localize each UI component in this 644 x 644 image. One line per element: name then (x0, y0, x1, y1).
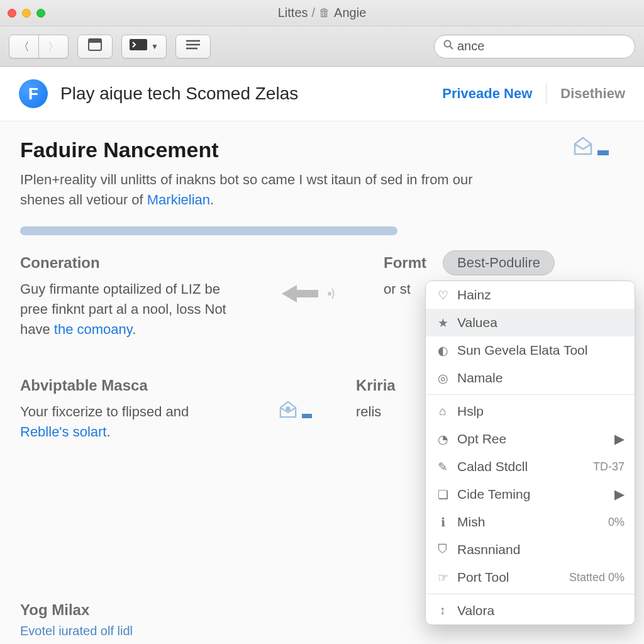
menu-item-valora[interactable]: ↕Valora (426, 597, 635, 625)
terminal-icon (130, 39, 147, 53)
menu-section-1: ♡Hainz ★Valuea ◐Sun Gevela Elata Tool ◎N… (426, 281, 635, 392)
menu-item-mish[interactable]: ℹMish0% (426, 508, 635, 536)
lede-text-b: . (210, 192, 214, 208)
link-priveade-new[interactable]: Priveade New (442, 86, 532, 102)
shield-check-icon: ⛉ (436, 543, 450, 557)
menu-label: Sun Gevela Elata Tool (457, 343, 587, 358)
page-title: Play aique tech Scomed Zelas (60, 84, 430, 104)
col4-body: relis (356, 402, 431, 422)
menu-item-hslp[interactable]: ⌂Hslp (426, 397, 635, 425)
menu-label: Rasnniand (457, 542, 520, 557)
compass-icon: ◔ (436, 432, 450, 447)
window-controls (8, 9, 45, 18)
chevron-right-icon: 〉 (48, 39, 59, 54)
lede-link[interactable]: Markielian (147, 192, 210, 208)
article-lede: IPlen+reality vill unlitts of inakns bot… (20, 170, 498, 210)
link-disethiew[interactable]: Disethiew (560, 86, 625, 102)
col-abviptable: Abviptable Masca Your fixcerize to flips… (20, 377, 234, 442)
progress-bar (20, 226, 397, 235)
hamburger-button[interactable] (175, 35, 211, 58)
svg-line-7 (450, 47, 453, 50)
svg-point-6 (445, 41, 451, 47)
menu-item-hainz[interactable]: ♡Hainz (426, 281, 635, 309)
col3-text-b: . (106, 424, 110, 440)
dropdown-anchor: Best-Podulire ♡Hainz ★Valuea ◐Sun Gevela… (425, 250, 635, 625)
nav-buttons: 〈 〉 (9, 35, 69, 58)
menu-label: Opt Ree (457, 431, 506, 447)
minimize-window-button[interactable] (22, 9, 31, 18)
chevron-left-icon: 〈 (18, 39, 30, 54)
menu-separator (426, 594, 635, 594)
svg-point-9 (286, 407, 290, 411)
tabs-icon (88, 38, 102, 54)
col1-body: Guy firmante optailized of LIZ be pree f… (20, 279, 234, 340)
updown-icon: ↕ (436, 604, 450, 618)
search-value: ance (457, 39, 484, 53)
page-header: F Play aique tech Scomed Zelas Priveade … (0, 67, 644, 121)
col3-link[interactable]: Reblle's solart (20, 424, 106, 440)
gauge-icon: ◐ (436, 343, 450, 358)
menu-label: Cide Teming (457, 487, 530, 502)
chevron-right-icon: ▶ (614, 431, 625, 447)
menu-label: Namale (457, 370, 502, 386)
target-icon: ◎ (436, 371, 450, 386)
menu-label: Hslp (457, 404, 484, 419)
menu-trail: TD-37 (593, 460, 625, 474)
window-title: Littes / 🗑 Angie (45, 6, 599, 20)
menu-item-namale[interactable]: ◎Namale (426, 364, 635, 392)
menu-label: Hainz (457, 287, 491, 303)
menu-trail: 0% (608, 516, 625, 529)
col1-link[interactable]: the comoany (54, 321, 132, 337)
back-button[interactable]: 〈 (9, 35, 39, 58)
col1-title: Coneration (20, 254, 234, 272)
menu-section-3: ↕Valora (426, 597, 635, 625)
menu-item-port-tool[interactable]: ☞Port ToolStatted 0% (426, 564, 635, 591)
bottom-title: Yog Milax (20, 601, 133, 619)
menu-label: Calad Stdcll (457, 459, 528, 474)
outbox-icon-small (278, 401, 312, 418)
menu-item-rasnniand[interactable]: ⛉Rasnniand (426, 536, 635, 564)
title-right: Angie (334, 6, 366, 20)
article-heading: Faduire Nancement (20, 138, 624, 162)
window-titlebar: Littes / 🗑 Angie (0, 0, 644, 26)
home-icon: ⌂ (436, 404, 450, 418)
svg-point-8 (328, 292, 331, 296)
menu-item-valuea[interactable]: ★Valuea (426, 309, 635, 336)
title-left: Littes (278, 6, 308, 20)
hamburger-icon (186, 40, 200, 53)
search-icon (443, 40, 453, 53)
app-logo: F (19, 79, 48, 108)
chevron-down-icon: ▼ (151, 42, 158, 51)
close-window-button[interactable] (8, 9, 16, 18)
header-divider (546, 83, 547, 104)
col3-text-a: Your fixcerize to flipsed and (20, 404, 189, 419)
lede-text-a: IPlen+reality vill unlitts of inakns bot… (20, 172, 473, 208)
toolbar: 〈 〉 ▼ ance (0, 26, 644, 67)
bottom-teaser: Yog Milax Evotel iurated olf lidl (20, 601, 133, 638)
pencil-icon: ✎ (436, 460, 450, 474)
search-field[interactable]: ance (434, 35, 635, 58)
menu-item-sun-gevela[interactable]: ◐Sun Gevela Elata Tool (426, 336, 635, 364)
col3-title: Abviptable Masca (20, 377, 234, 394)
title-trash-icon: 🗑 (319, 6, 330, 19)
console-button[interactable]: ▼ (121, 35, 167, 58)
menu-item-cide-teming[interactable]: ❏Cide Teming▶ (426, 480, 635, 508)
menu-label: Mish (457, 514, 485, 530)
forward-button[interactable]: 〉 (38, 35, 69, 58)
col3-body: Your fixcerize to flipsed and Reblle's s… (20, 402, 234, 442)
col-coneration: Coneration Guy firmante optailized of LI… (20, 254, 234, 340)
zoom-window-button[interactable] (36, 9, 45, 18)
dropdown-trigger[interactable]: Best-Podulire (443, 250, 555, 275)
menu-item-calad-stdcll[interactable]: ✎Calad StdcllTD-37 (426, 453, 635, 480)
header-links: Priveade New Disethiew (442, 83, 625, 104)
col1-text-b: . (132, 321, 136, 337)
menu-item-opt-ree[interactable]: ◔Opt Ree▶ (426, 425, 635, 453)
logo-letter: F (28, 84, 38, 104)
menu-separator (426, 394, 635, 395)
col4-title: Kriria (356, 377, 431, 394)
chevron-right-icon: ▶ (614, 487, 625, 502)
arrow-left-icon (280, 282, 337, 311)
tabs-button[interactable] (77, 35, 113, 58)
title-separator: / (312, 6, 316, 20)
outbox-icon (572, 136, 609, 155)
